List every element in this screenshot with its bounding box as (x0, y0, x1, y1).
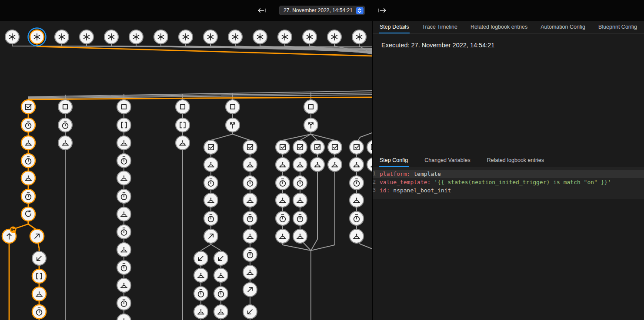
graph-node-service-call[interactable] (276, 193, 290, 207)
graph-node-trigger[interactable] (28, 28, 46, 46)
graph-node-condition[interactable] (21, 100, 35, 114)
graph-node-trigger[interactable] (5, 30, 19, 44)
graph-node-service-call[interactable] (350, 158, 364, 172)
graph-node-branch-in[interactable] (214, 251, 228, 265)
tab-changed-variables[interactable]: Changed Variables (424, 154, 471, 167)
graph-node-delay[interactable] (350, 211, 364, 225)
graph-node-service-call[interactable] (194, 268, 208, 282)
graph-node-service-call[interactable] (367, 158, 372, 172)
graph-node-trigger[interactable] (55, 30, 69, 44)
trace-picker-select[interactable]: 27. November 2022, 14:54:21 (279, 6, 365, 15)
graph-node-choose[interactable] (176, 118, 190, 132)
tab-related-logbook-entries[interactable]: Related logbook entries (470, 21, 528, 33)
graph-node-delay[interactable] (293, 176, 307, 190)
graph-node-service-call[interactable] (350, 193, 364, 207)
graph-node-device[interactable] (226, 100, 240, 114)
graph-node-delay[interactable] (32, 305, 46, 319)
graph-node-delay[interactable] (117, 225, 131, 239)
graph-node-service-call[interactable] (328, 158, 342, 172)
graph-node-trigger[interactable] (352, 30, 366, 44)
tab-blueprint-config[interactable]: Blueprint Config (597, 21, 638, 33)
yaml-editor[interactable]: 1platform: template2value_template: '{{ … (373, 167, 644, 199)
graph-node-delay[interactable] (293, 211, 307, 225)
graph-node-trigger[interactable] (80, 30, 93, 44)
graph-node-service-call[interactable] (204, 158, 218, 172)
graph-node-delay[interactable] (243, 247, 257, 261)
graph-node-trigger[interactable] (253, 30, 267, 44)
graph-node-service-call[interactable] (243, 265, 257, 279)
graph-node-delay[interactable] (276, 176, 290, 190)
graph-node-condition[interactable] (310, 140, 324, 154)
graph-node-delay[interactable] (204, 211, 218, 225)
graph-node-branch-in[interactable] (243, 305, 257, 319)
graph-node-service-call[interactable] (310, 158, 324, 172)
graph-node-delay[interactable] (117, 261, 131, 274)
graph-node-trigger[interactable] (154, 30, 168, 44)
graph-node-delay[interactable] (58, 118, 72, 132)
graph-node-delay[interactable] (204, 176, 218, 190)
graph-node-service-call[interactable] (117, 207, 131, 221)
graph-node-branch-out[interactable] (30, 229, 44, 243)
graph-node-service-call[interactable] (214, 305, 228, 319)
tab-related-logbook-entries[interactable]: Related logbook entries (486, 154, 545, 167)
graph-node-condition[interactable] (276, 140, 290, 154)
graph-node-service-call[interactable] (276, 229, 290, 243)
graph-node-service-call[interactable] (293, 158, 307, 172)
graph-node-delay[interactable] (243, 211, 257, 225)
graph-node-condition[interactable] (293, 140, 307, 154)
graph-node-parallel[interactable] (304, 118, 318, 132)
graph-node-trigger[interactable] (129, 30, 143, 44)
graph-node-parallel[interactable] (226, 118, 240, 132)
graph-node-delay[interactable] (21, 189, 35, 203)
graph-node-trigger[interactable] (278, 30, 292, 44)
graph-node-service-call[interactable] (21, 136, 35, 150)
graph-node-branch-out[interactable] (243, 283, 257, 297)
graph-node-delay[interactable] (117, 154, 131, 168)
graph-node-service-call[interactable] (293, 229, 307, 243)
graph-node-condition[interactable] (350, 140, 364, 154)
graph-node-delay[interactable] (117, 296, 131, 310)
graph-node-service-call[interactable] (194, 305, 208, 319)
graph-node-device[interactable] (117, 100, 131, 114)
graph-node-branch-out[interactable] (204, 229, 218, 243)
graph-node-service-call[interactable] (350, 229, 364, 243)
graph-node-service-call[interactable] (117, 243, 131, 257)
graph-node-service-call[interactable] (243, 229, 257, 243)
graph-node-service-call[interactable] (243, 193, 257, 207)
graph-node-service-call[interactable] (214, 268, 228, 282)
graph-node-condition[interactable] (367, 140, 372, 154)
graph-node-delay[interactable] (350, 176, 364, 190)
graph-node-condition[interactable] (328, 140, 342, 154)
graph-node-delay[interactable] (243, 176, 257, 190)
graph-node-service-call[interactable] (176, 136, 190, 150)
graph-node-trigger[interactable] (303, 30, 317, 44)
tab-step-config[interactable]: Step Config (379, 154, 409, 167)
graph-node-trigger[interactable] (204, 30, 217, 44)
previous-trace-button[interactable] (256, 4, 268, 16)
graph-node-branch-in[interactable] (194, 251, 208, 265)
graph-node-device[interactable] (176, 100, 190, 114)
graph-node-service-call[interactable] (32, 287, 46, 301)
tab-automation-config[interactable]: Automation Config (540, 21, 586, 33)
next-trace-button[interactable] (376, 4, 388, 16)
graph-node-delay[interactable] (276, 211, 290, 225)
tab-trace-timeline[interactable]: Trace Timeline (421, 21, 458, 33)
graph-node-service-call[interactable] (117, 171, 131, 185)
graph-node-service-call[interactable] (117, 136, 131, 150)
graph-node-trigger[interactable] (228, 30, 242, 44)
tab-step-details[interactable]: Step Details (379, 21, 410, 33)
graph-node-repeat[interactable] (21, 207, 35, 221)
graph-node-service-call[interactable] (117, 278, 131, 292)
graph-node-choose[interactable] (32, 269, 46, 283)
graph-node-delay[interactable] (214, 287, 228, 300)
graph-node-service-call[interactable] (293, 193, 307, 207)
graph-node-service-call[interactable] (243, 158, 257, 172)
graph-node-choose[interactable] (117, 118, 131, 132)
graph-node-condition[interactable] (204, 140, 218, 154)
graph-node-delay[interactable] (117, 189, 131, 203)
graph-node-service-call[interactable] (276, 158, 290, 172)
graph-node-service-call[interactable] (58, 136, 72, 150)
graph-node-service-call[interactable] (204, 193, 218, 207)
graph-node-trigger[interactable] (104, 30, 118, 44)
graph-node-device[interactable] (304, 100, 318, 114)
